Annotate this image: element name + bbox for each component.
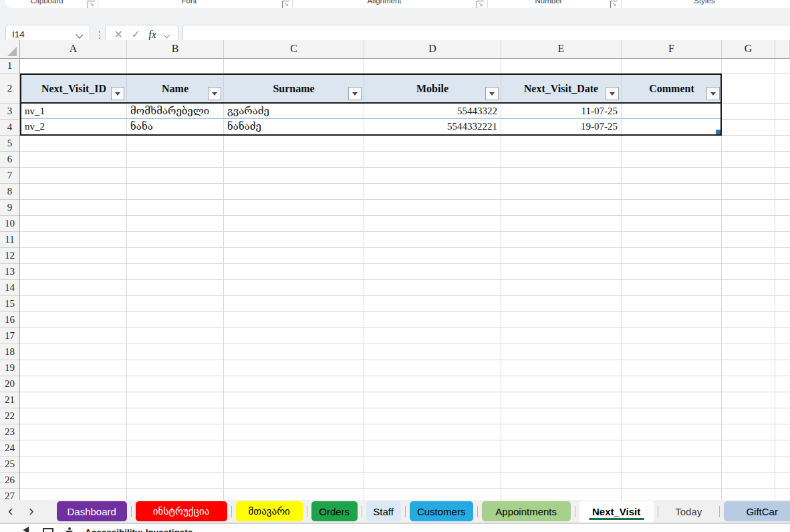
table-resize-handle[interactable] [716,130,720,134]
sheet-tab-staff[interactable]: Staff [366,501,401,521]
sheet-tab-მთავარი[interactable]: მთავარი [236,501,303,521]
table-cell[interactable] [622,104,722,118]
keyboard-icon [43,528,53,532]
table-cell[interactable]: ნანაძე [224,119,364,134]
ribbon-separator [621,0,622,8]
sheet-tab-giftcar[interactable]: GiftCar [724,501,790,521]
filter-button-next_visit_date[interactable] [606,87,619,100]
table-cell[interactable]: გვარაძე [224,104,364,118]
grid-row [20,152,790,168]
filter-button-comment[interactable] [706,87,720,100]
sheet-tab-appointments[interactable]: Appointments [482,501,571,521]
table-header-surname[interactable]: Surname [224,75,364,102]
row-header-15[interactable]: 15 [0,296,19,312]
row-header-20[interactable]: 20 [0,376,19,392]
row-header-19[interactable]: 19 [0,360,19,376]
sheet-tab-ინსტრუქცია[interactable]: ინსტრუქცია [136,501,227,521]
select-all-corner[interactable] [0,40,20,59]
dialog-launcher-icon[interactable]: ↘ [610,1,618,8]
table-cell[interactable]: nv_2 [21,119,127,134]
table-row: nv_2ნანანანაძე554433222119-07-25 [21,119,720,134]
sheet-tab-dashboard[interactable]: Dashboard [57,501,127,521]
row-header-1[interactable]: 1 [0,59,19,74]
row-header-11[interactable]: 11 [0,232,19,248]
column-header-partial[interactable] [775,40,790,58]
column-header-A[interactable]: A [20,40,127,58]
row-header-8[interactable]: 8 [0,184,19,200]
insert-function-icon[interactable]: fx [148,29,156,41]
row-header-7[interactable]: 7 [0,168,19,184]
table-cell[interactable]: 19-07-25 [501,119,622,134]
column-header-F[interactable]: F [622,40,722,58]
sheet-tab-next_visit[interactable]: Next_Visit [579,501,654,523]
table-header-label: Next_Visit_ID [41,83,106,95]
row-header-9[interactable]: 9 [0,200,19,216]
column-header-C[interactable]: C [224,40,364,58]
table-header-comment[interactable]: Comment [622,75,722,102]
row-header-23[interactable]: 23 [0,424,19,440]
table-cell[interactable]: 5544332221 [364,119,501,134]
grid-row [20,424,790,440]
filter-dropdown-icon [352,92,358,96]
filter-button-name[interactable] [208,87,221,100]
tabs-scroll-right-icon[interactable]: › [21,501,41,521]
row-header-2[interactable]: 2 [0,74,19,104]
row-header-5[interactable]: 5 [0,136,19,152]
fx-chevron-icon[interactable] [164,31,170,38]
table-cell[interactable]: nv_1 [21,104,127,118]
column-header-E[interactable]: E [501,40,622,58]
accessibility-status-text[interactable]: Accessibility: Investigate [85,527,192,532]
filter-button-mobile[interactable] [485,87,499,100]
row-header-14[interactable]: 14 [0,280,19,296]
ribbon-group-label-clipboard: Clipboard [30,0,63,5]
table-header-next_visit_date[interactable]: Next_Visit_Date [501,75,622,102]
row-header-3[interactable]: 3 [0,104,19,120]
row-header-27[interactable]: 27 [0,489,19,500]
tab-separator [307,506,307,517]
row-header-16[interactable]: 16 [0,312,19,328]
row-header-13[interactable]: 13 [0,264,19,280]
grid-row [20,473,790,489]
column-header-G[interactable]: G [722,40,775,58]
row-header-12[interactable]: 12 [0,248,19,264]
column-header-B[interactable]: B [127,40,224,58]
row-header-17[interactable]: 17 [0,328,19,344]
row-header-10[interactable]: 10 [0,216,19,232]
table-cell[interactable] [622,119,722,134]
grid-row [20,408,790,424]
sheet-tab-today[interactable]: Today [662,501,715,521]
filter-button-surname[interactable] [348,87,362,100]
row-header-18[interactable]: 18 [0,344,19,360]
sheet-tab-customers[interactable]: Customers [410,501,473,521]
ribbon-separator [487,0,488,8]
table-cell[interactable]: ნანა [127,119,224,134]
ribbon-group-label-font: Font [181,0,196,5]
row-header-6[interactable]: 6 [0,152,19,168]
name-box-chevron-icon[interactable] [76,31,83,38]
dialog-launcher-icon[interactable]: ↘ [477,1,484,8]
grid-row [20,184,790,200]
row-header-24[interactable]: 24 [0,440,19,456]
table-header-next_visit_id[interactable]: Next_Visit_ID [21,75,127,102]
row-header-22[interactable]: 22 [0,408,19,424]
dialog-launcher-icon[interactable]: ↘ [282,1,289,8]
row-header-4[interactable]: 4 [0,120,19,136]
filter-dropdown-icon [115,92,120,96]
table-header-name[interactable]: Name [127,75,224,102]
grid-row [20,264,790,280]
table-cell[interactable]: მომხმარებელი [127,104,224,118]
table-body: nv_1მომხმარებელიგვარაძე5544332211-07-25n… [21,104,720,134]
tabs-scroll-left-icon[interactable]: ‹ [0,501,21,521]
table-cell[interactable]: 55443322 [364,104,501,118]
row-header-25[interactable]: 25 [0,456,19,473]
table-cell[interactable]: 11-07-25 [501,104,622,118]
row-header-21[interactable]: 21 [0,392,19,408]
column-header-D[interactable]: D [364,40,501,58]
dialog-launcher-icon[interactable]: ↘ [88,1,95,8]
table-header-mobile[interactable]: Mobile [364,75,501,102]
active-tab-underline [589,518,644,520]
table-row: nv_1მომხმარებელიგვარაძე5544332211-07-25 [21,104,720,119]
row-header-26[interactable]: 26 [0,473,19,489]
sheet-tab-orders[interactable]: Orders [311,501,358,521]
filter-button-next_visit_id[interactable] [111,87,124,100]
